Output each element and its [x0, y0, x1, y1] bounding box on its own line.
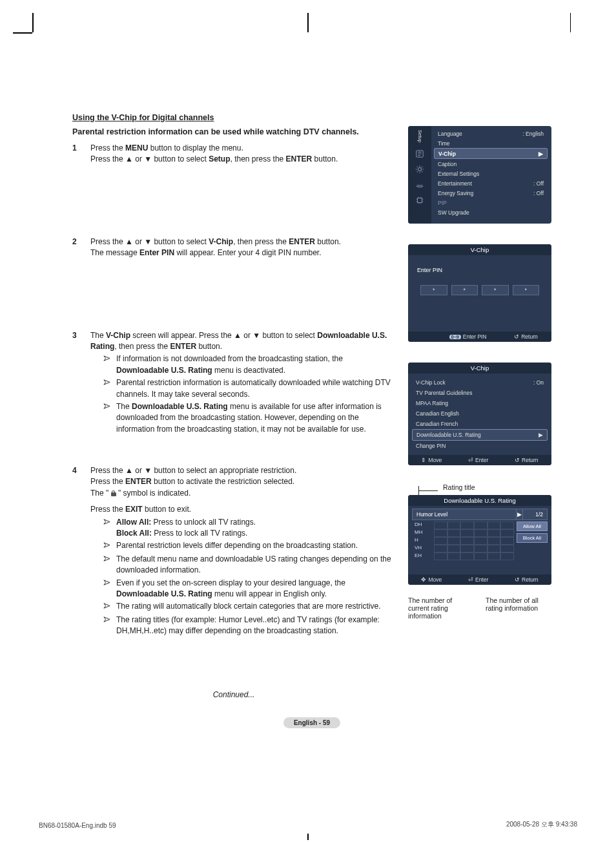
block-all-button[interactable]: Block All [517, 533, 548, 543]
bullet: The default menu name and downloadable U… [103, 554, 395, 576]
return-hint: ↺ Return [515, 576, 539, 583]
menu-item[interactable]: TV Parental Guidelines [412, 388, 548, 398]
bullet: The rating titles (for example: Humor Le… [103, 615, 395, 637]
rating-header: Humor Level ▶ 1/2 [412, 509, 548, 520]
rating-cell[interactable] [447, 529, 461, 537]
bullet: If information is not downloaded from th… [103, 353, 395, 376]
step-number: 1 [72, 143, 81, 165]
menu-item[interactable]: Time [434, 138, 548, 148]
menu-item[interactable]: PIP [434, 198, 548, 207]
rating-cell[interactable] [434, 521, 447, 529]
rating-cell[interactable] [447, 553, 461, 560]
arrow-icon [103, 517, 111, 540]
rating-cell[interactable] [460, 521, 474, 529]
chip-icon [415, 196, 424, 205]
menu-item[interactable]: Entertainment: Off [434, 178, 548, 188]
enter-hint: ⏎ Enter [468, 457, 488, 463]
pin-field[interactable]: * [420, 285, 447, 295]
step-body: Press the ▲ or ▼ button to select an app… [90, 465, 395, 638]
pin-field[interactable]: * [513, 285, 540, 295]
rating-cell[interactable] [474, 537, 488, 545]
annotation-below: The number of current rating information… [408, 596, 551, 620]
rating-cell[interactable] [474, 521, 488, 529]
arrow-icon [103, 554, 111, 576]
rating-cell[interactable] [460, 545, 474, 553]
arrow-icon [103, 353, 111, 376]
rating-cell[interactable] [460, 529, 474, 537]
bullet: The rating will automatically block cert… [103, 601, 395, 613]
bullet: Allow All: Press to unlock all TV rating… [103, 517, 395, 540]
rating-cell[interactable] [500, 545, 514, 553]
num-keys-icon: 0~9 [449, 335, 461, 339]
pin-label: Enter PIN [415, 267, 545, 273]
menu-item[interactable]: Canadian English [412, 408, 548, 419]
rating-cell[interactable] [488, 545, 501, 553]
rating-row-labels: DHMHHVHEH [412, 521, 431, 560]
rating-cell[interactable] [500, 521, 514, 529]
osd-title: V-Chip [408, 244, 551, 255]
rating-cell[interactable] [500, 529, 514, 537]
rating-cell[interactable] [460, 537, 474, 545]
menu-item[interactable]: Caption [434, 159, 548, 169]
pin-field[interactable]: * [451, 285, 478, 295]
section-intro: Parental restriction information can be … [72, 127, 395, 136]
rating-cell[interactable] [434, 537, 447, 545]
lang-icon [415, 149, 424, 158]
osd-column: Setup Language: EnglishTimeV-Chip▶Captio… [408, 113, 551, 699]
footer-right: 2008-05-28 오후 9:43:38 [506, 820, 577, 829]
menu-item[interactable]: V-Chip▶ [434, 148, 548, 159]
menu-item[interactable]: SW Upgrade [434, 207, 548, 217]
rating-cell[interactable] [474, 545, 488, 553]
allow-all-button[interactable]: Allow All [517, 521, 548, 531]
rating-cell[interactable] [488, 553, 501, 560]
rating-grid [434, 521, 514, 560]
osd-title: Downloadable U.S. Rating [408, 495, 551, 506]
arrow-icon [103, 578, 111, 600]
rating-cell[interactable] [488, 529, 501, 537]
rating-cell[interactable] [447, 521, 461, 529]
rating-cell[interactable] [488, 537, 501, 545]
step-number: 2 [72, 237, 81, 259]
rating-cell[interactable] [500, 537, 514, 545]
step-4: 4 Press the ▲ or ▼ button to select an a… [72, 465, 395, 638]
return-hint: ↺ Return [514, 333, 538, 340]
rating-cell[interactable] [434, 553, 447, 560]
svg-point-1 [418, 167, 421, 171]
pin-field[interactable]: * [482, 285, 509, 295]
rating-cell[interactable] [447, 545, 461, 553]
gear-icon [415, 165, 424, 174]
menu-item[interactable]: Energy Saving: Off [434, 188, 548, 198]
continued: Continued... [72, 690, 395, 699]
rating-cell[interactable] [474, 529, 488, 537]
step-body: The V-Chip screen will appear. Press the… [90, 330, 395, 437]
step-body: Press the ▲ or ▼ button to select V-Chip… [90, 237, 395, 259]
annotation-rating-title: Rating title [408, 483, 551, 495]
menu-item[interactable]: External Settings [434, 169, 548, 178]
rating-cell[interactable] [434, 545, 447, 553]
rating-cell[interactable] [488, 521, 501, 529]
osd-title: V-Chip [408, 363, 551, 374]
step-2: 2 Press the ▲ or ▼ button to select V-Ch… [72, 237, 395, 259]
footer-left: BN68-01580A-Eng.indb 59 [39, 822, 116, 829]
rating-cell[interactable] [447, 537, 461, 545]
setup-tab: Setup [417, 130, 423, 143]
section-heading: Using the V-Chip for Digital channels [72, 113, 395, 122]
annotation-left: The number of current rating information [408, 596, 474, 620]
rating-cell[interactable] [474, 553, 488, 560]
osd-vchip-menu: V-Chip V-Chip Lock: OnTV Parental Guidel… [408, 363, 551, 465]
menu-item[interactable]: Downloadable U.S. Rating▶ [412, 429, 548, 441]
step-3: 3 The V-Chip screen will appear. Press t… [72, 330, 395, 437]
arrow-icon [103, 615, 111, 637]
menu-item[interactable]: Language: English [434, 129, 548, 138]
menu-item[interactable]: MPAA Rating [412, 398, 548, 408]
menu-item[interactable]: Canadian French [412, 419, 548, 429]
bullet: Even if you set the on-screen display to… [103, 578, 395, 600]
arrow-icon [103, 540, 111, 552]
bullet: The Downloadable U.S. Rating menu is ava… [103, 401, 395, 435]
rating-cell[interactable] [434, 529, 447, 537]
menu-item[interactable]: V-Chip Lock: On [412, 377, 548, 388]
menu-item[interactable]: Change PIN [412, 441, 548, 451]
rating-cell[interactable] [500, 553, 514, 560]
manual-text-column: Using the V-Chip for Digital channels Pa… [72, 113, 395, 699]
rating-cell[interactable] [460, 553, 474, 560]
